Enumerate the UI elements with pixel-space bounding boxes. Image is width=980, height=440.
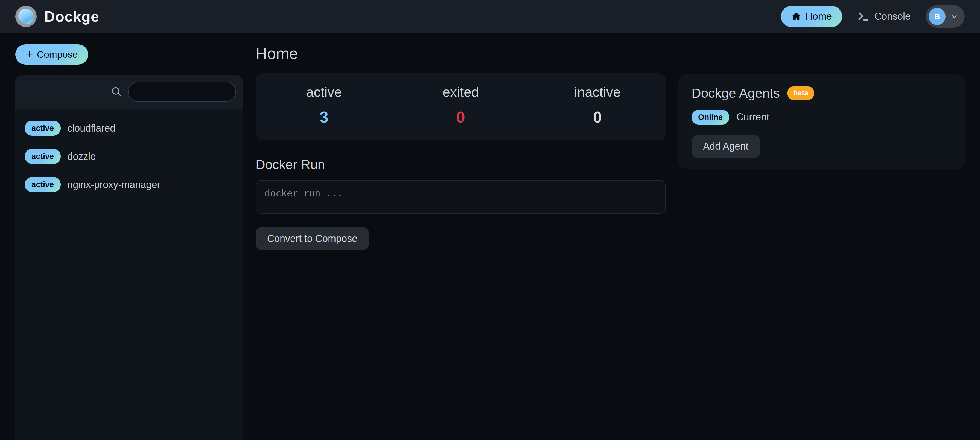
status-badge: active — [25, 177, 61, 192]
page-layout: + Compose active cloudflared — [0, 33, 980, 440]
stat-active: active 3 — [256, 73, 392, 140]
add-agent-button[interactable]: Add Agent — [692, 135, 760, 158]
dockge-logo-icon — [15, 6, 37, 27]
docker-run-title: Docker Run — [256, 157, 666, 173]
agents-title: Dockge Agents — [692, 85, 780, 101]
home-button-label: Home — [805, 11, 832, 22]
chevron-down-icon — [951, 13, 958, 20]
stat-exited-value: 0 — [392, 108, 529, 126]
stat-inactive-label: inactive — [529, 84, 666, 100]
brand-title: Dockge — [44, 8, 99, 25]
status-badge: active — [25, 149, 61, 164]
stat-inactive: inactive 0 — [529, 73, 666, 140]
agents-column: Dockge Agents beta Online Current Add Ag… — [666, 33, 980, 169]
agents-header: Dockge Agents beta — [692, 85, 952, 101]
stack-name: cloudflared — [67, 123, 115, 134]
beta-badge: beta — [788, 86, 814, 100]
terminal-icon — [858, 11, 870, 21]
agent-status-row: Online Current — [692, 110, 952, 124]
page-title: Home — [256, 44, 666, 63]
status-badge: active — [25, 121, 61, 136]
stack-row-dozzle[interactable]: active dozzle — [15, 142, 243, 171]
compose-button[interactable]: + Compose — [15, 44, 88, 65]
stat-active-label: active — [256, 84, 392, 100]
top-navbar: Dockge Home Console B — [0, 0, 980, 33]
stack-name: nginx-proxy-manager — [67, 179, 160, 190]
agents-panel: Dockge Agents beta Online Current Add Ag… — [678, 75, 965, 169]
stat-exited-label: exited — [392, 84, 529, 100]
user-menu[interactable]: B — [926, 5, 965, 28]
home-icon — [791, 11, 801, 21]
sidebar: + Compose active cloudflared — [0, 33, 243, 440]
stat-inactive-value: 0 — [529, 108, 666, 126]
docker-run-textarea[interactable] — [256, 180, 666, 214]
avatar-initial: B — [934, 12, 940, 21]
stats-card: active 3 exited 0 inactive 0 — [256, 73, 666, 140]
nav-links: Home Console B — [781, 5, 965, 28]
stack-row-cloudflared[interactable]: active cloudflared — [15, 114, 243, 142]
online-badge: Online — [692, 110, 729, 124]
stack-row-nginx-proxy-manager[interactable]: active nginx-proxy-manager — [15, 171, 243, 199]
stack-name: dozzle — [67, 151, 96, 162]
stack-list: active cloudflared active dozzle active … — [15, 108, 243, 199]
stat-active-value: 3 — [256, 108, 392, 126]
stat-exited: exited 0 — [392, 73, 529, 140]
stack-panel: active cloudflared active dozzle active … — [15, 75, 243, 440]
compose-button-label: Compose — [37, 49, 78, 60]
search-input[interactable] — [128, 81, 236, 102]
search-icon — [110, 86, 123, 98]
home-button[interactable]: Home — [781, 6, 842, 27]
main-content: Home active 3 exited 0 inactive 0 Docker… — [243, 33, 666, 250]
brand-area: Dockge — [15, 6, 99, 27]
agent-name: Current — [737, 112, 769, 123]
console-button[interactable]: Console — [858, 11, 910, 22]
convert-to-compose-button[interactable]: Convert to Compose — [256, 227, 369, 250]
search-header — [15, 75, 243, 108]
console-label: Console — [875, 11, 910, 22]
plus-icon: + — [26, 48, 33, 60]
avatar: B — [929, 8, 945, 25]
